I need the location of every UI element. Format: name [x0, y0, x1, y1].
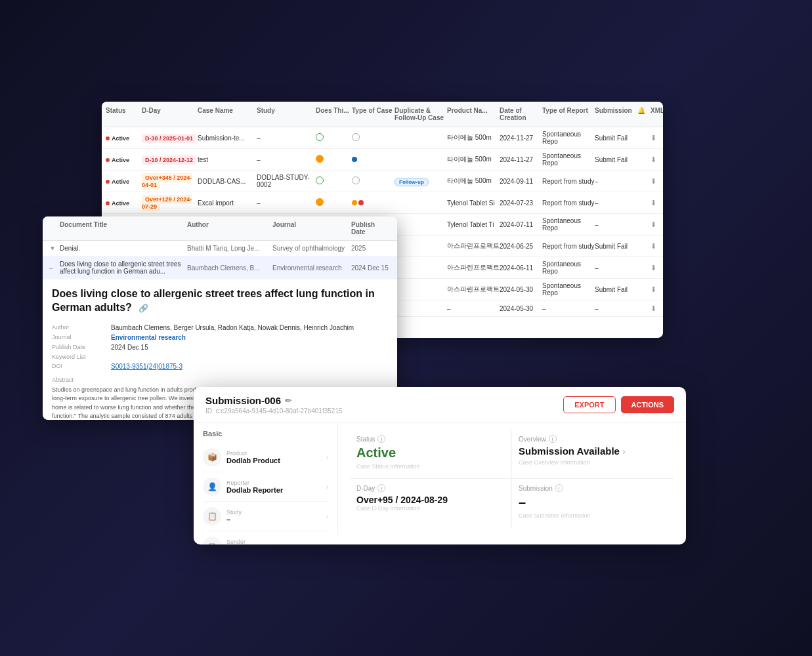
chevron-right-icon: › [326, 513, 328, 520]
doc-table-header: Document Title Author Journal Publish Da… [43, 216, 397, 241]
status-cell: Status i Active Case Status Information [350, 430, 512, 479]
abstract-label: Abstract [52, 377, 388, 383]
chevron-right-icon: › [326, 454, 328, 461]
col-header-xml: XML [651, 107, 663, 121]
download-icon[interactable]: ⬇ [651, 220, 656, 228]
col-header-dday: D-Day [142, 107, 198, 121]
col-header-bell: 🔔 [637, 107, 651, 121]
actions-button[interactable]: ACTIONS [621, 396, 675, 413]
expand-col [49, 221, 60, 236]
table-row[interactable]: Active Over+345 / 2024-04-01 DODLAB-CAS.… [102, 171, 663, 192]
reporter-item[interactable]: 👤 Reporter Dodlab Reporter › [203, 472, 328, 502]
submission-detail-label: Submission i [519, 484, 668, 492]
download-icon[interactable]: ⬇ [651, 155, 656, 163]
doc-title: Does living close to allergenic street t… [52, 287, 388, 315]
col-header-dup: Duplicate & Follow-Up Case [395, 107, 447, 121]
status-info-icon[interactable]: i [377, 435, 385, 443]
overview-value[interactable]: Submission Available › [519, 445, 668, 457]
follow-up-badge: Follow-up [395, 178, 429, 186]
expand-icon[interactable]: ▼ [49, 245, 60, 252]
submission-sub-label: Case Submitter Information [519, 512, 668, 519]
table-row[interactable]: Active D-30 / 2025-01-01 Submission-te..… [102, 127, 663, 149]
doc-meta: Author Baumbach Clemens, Berger Ursula, … [52, 324, 388, 370]
download-icon[interactable]: ⬇ [651, 264, 656, 272]
download-icon[interactable]: ⬇ [651, 285, 656, 293]
status-value: Active [356, 445, 505, 461]
submission-actions: EXPORT ACTIONS [563, 396, 674, 413]
col-header-study: Study [257, 107, 316, 121]
dday-sub-label: Case D-Day Information [356, 505, 505, 512]
table-header: Status D-Day Case Name Study Does Thi...… [102, 102, 663, 127]
submission-cell: Submission i – Case Submitter Informatio… [512, 479, 674, 528]
submission-header: Submission-006 ✏ ID: c:c29a564a-9145-4d1… [194, 387, 686, 423]
submission-info-icon[interactable]: i [555, 484, 563, 492]
sender-item[interactable]: ✉ Sender Dodlab SENDER › [203, 531, 328, 544]
doc-table-row[interactable]: ▼ Denial. Bhatti M Tariq, Long Je... Sur… [43, 241, 397, 256]
submission-detail: Status i Active Case Status Information … [338, 423, 686, 535]
col-doc-title: Document Title [60, 221, 187, 236]
dday-value: Over+95 / 2024-08-29 [356, 495, 505, 505]
col-header-prodname: Product Na... [447, 107, 500, 121]
product-item[interactable]: 📦 Product Dodlab Product › [203, 443, 328, 472]
export-button[interactable]: EXPORT [563, 396, 615, 413]
status-sub-label: Case Status Information [356, 463, 505, 470]
submission-title: Submission-006 ✏ [205, 395, 343, 406]
submission-detail-value: – [519, 495, 668, 510]
download-icon[interactable]: ⬇ [651, 134, 656, 142]
col-doc-author: Author [187, 221, 272, 236]
submission-id: ID: c:c29a564a-9145-4d10-80af-27b401f352… [205, 407, 343, 415]
submission-panel: Submission-006 ✏ ID: c:c29a564a-9145-4d1… [194, 387, 686, 544]
col-header-typeof: Type of Case [352, 107, 395, 121]
col-header-typereport: Type of Report [542, 107, 595, 121]
overview-info-icon[interactable]: i [549, 435, 557, 443]
col-header-submission: Submission [595, 107, 637, 121]
expand-icon[interactable]: – [49, 264, 60, 272]
status-label: Status i [356, 435, 505, 443]
doc-table-row-selected[interactable]: – Does living close to allergenic street… [43, 256, 397, 279]
submission-title-area: Submission-006 ✏ ID: c:c29a564a-9145-4d1… [205, 395, 343, 415]
col-doc-date: Publish Date [351, 221, 391, 236]
download-icon[interactable]: ⬇ [651, 304, 656, 312]
table-row[interactable]: Active Over+129 / 2024-07-29 Excal impor… [102, 192, 663, 214]
download-icon[interactable]: ⬇ [651, 242, 656, 250]
download-icon[interactable]: ⬇ [651, 199, 656, 207]
reporter-icon: 👤 [203, 478, 221, 496]
col-header-casename: Case Name [198, 107, 257, 121]
col-header-does: Does Thi... [316, 107, 352, 121]
col-doc-journal: Journal [272, 221, 351, 236]
col-header-status: Status [106, 107, 142, 121]
submission-basic: Basic 📦 Product Dodlab Product › 👤 Repor… [194, 423, 338, 535]
dday-info-icon[interactable]: i [377, 484, 385, 492]
product-icon: 📦 [203, 448, 221, 466]
overview-sub-label: Case Overview Information [519, 459, 668, 466]
table-row[interactable]: Active D-10 / 2024-12-12 test – 타이메놀 500… [102, 149, 663, 171]
submission-body: Basic 📦 Product Dodlab Product › 👤 Repor… [194, 423, 686, 535]
overview-cell: Overview i Submission Available › Case O… [512, 430, 674, 479]
dday-label: D-Day i [356, 484, 505, 492]
sender-icon: ✉ [203, 537, 221, 544]
chevron-right-icon: › [326, 483, 328, 491]
external-link-icon[interactable]: 🔗 [139, 304, 148, 313]
col-header-datecreate: Date of Creation [500, 107, 542, 121]
study-icon: 📋 [203, 507, 221, 525]
chevron-right-icon: › [326, 543, 328, 545]
dday-cell: D-Day i Over+95 / 2024-08-29 Case D-Day … [350, 479, 512, 528]
overview-arrow-icon: › [622, 445, 626, 457]
overview-label: Overview i [519, 435, 668, 443]
study-item[interactable]: 📋 Study – › [203, 502, 328, 531]
edit-title-icon[interactable]: ✏ [285, 396, 291, 405]
download-icon[interactable]: ⬇ [651, 177, 656, 185]
